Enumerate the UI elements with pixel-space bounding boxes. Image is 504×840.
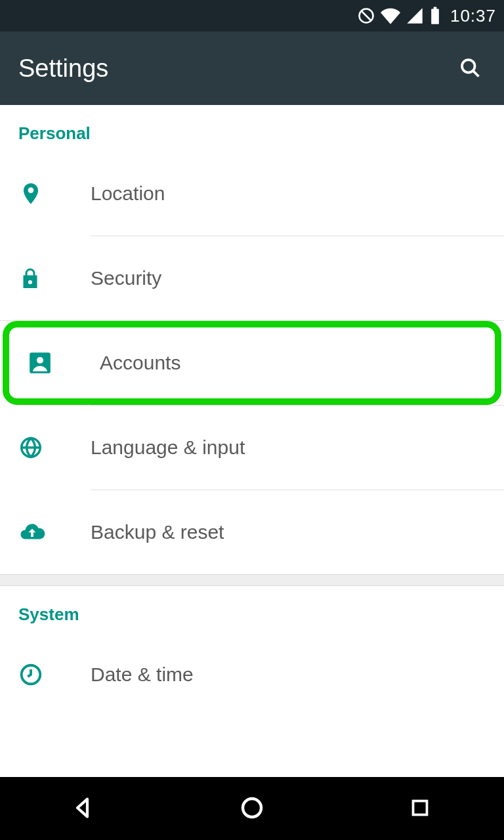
location-icon xyxy=(18,181,91,206)
page-title: Settings xyxy=(18,54,108,83)
lock-icon xyxy=(18,266,91,290)
battery-icon xyxy=(429,7,441,25)
settings-item-label: Language & input xyxy=(91,436,245,459)
settings-item-accounts[interactable]: Accounts xyxy=(9,327,495,398)
svg-rect-3 xyxy=(434,7,437,10)
settings-item-security[interactable]: Security xyxy=(0,236,504,320)
status-time: 10:37 xyxy=(450,6,496,26)
settings-item-label: Security xyxy=(91,267,161,289)
wifi-icon xyxy=(381,6,400,26)
settings-item-backup-reset[interactable]: Backup & reset xyxy=(0,490,504,574)
navigation-bar xyxy=(0,777,504,840)
settings-item-date-time[interactable]: Date & time xyxy=(0,633,504,717)
svg-point-7 xyxy=(37,357,43,364)
svg-rect-2 xyxy=(431,9,439,24)
settings-item-language-input[interactable]: Language & input xyxy=(0,406,504,490)
svg-rect-12 xyxy=(413,801,427,814)
person-icon xyxy=(28,350,100,375)
status-bar: 10:37 xyxy=(0,0,504,32)
svg-point-11 xyxy=(243,799,261,817)
recent-apps-button[interactable] xyxy=(381,789,459,828)
settings-item-label: Location xyxy=(91,182,165,205)
clock-icon xyxy=(18,662,91,687)
back-icon xyxy=(71,795,97,823)
search-icon xyxy=(458,56,482,81)
section-header-system: System xyxy=(0,586,504,633)
cell-signal-icon xyxy=(406,7,424,25)
highlight-accounts: Accounts xyxy=(3,321,501,405)
cloud-upload-icon xyxy=(18,518,91,546)
section-header-personal: Personal xyxy=(0,105,504,152)
settings-list[interactable]: Personal Location Security Accounts xyxy=(0,105,504,777)
do-not-disturb-icon xyxy=(357,7,375,25)
search-button[interactable] xyxy=(454,52,486,84)
screen: 10:37 Settings Personal Location Securit… xyxy=(0,0,504,840)
svg-point-4 xyxy=(462,60,475,73)
home-icon xyxy=(238,794,266,824)
settings-item-location[interactable]: Location xyxy=(0,152,504,236)
svg-line-5 xyxy=(473,70,479,76)
settings-item-label: Backup & reset xyxy=(91,521,224,543)
app-bar: Settings xyxy=(0,32,504,105)
settings-item-label: Date & time xyxy=(91,663,194,686)
settings-item-label: Accounts xyxy=(100,352,180,374)
section-divider xyxy=(0,574,504,586)
home-button[interactable] xyxy=(213,789,291,828)
svg-line-1 xyxy=(362,11,371,20)
recent-apps-icon xyxy=(408,796,432,822)
globe-icon xyxy=(18,435,91,460)
back-button[interactable] xyxy=(45,789,123,828)
